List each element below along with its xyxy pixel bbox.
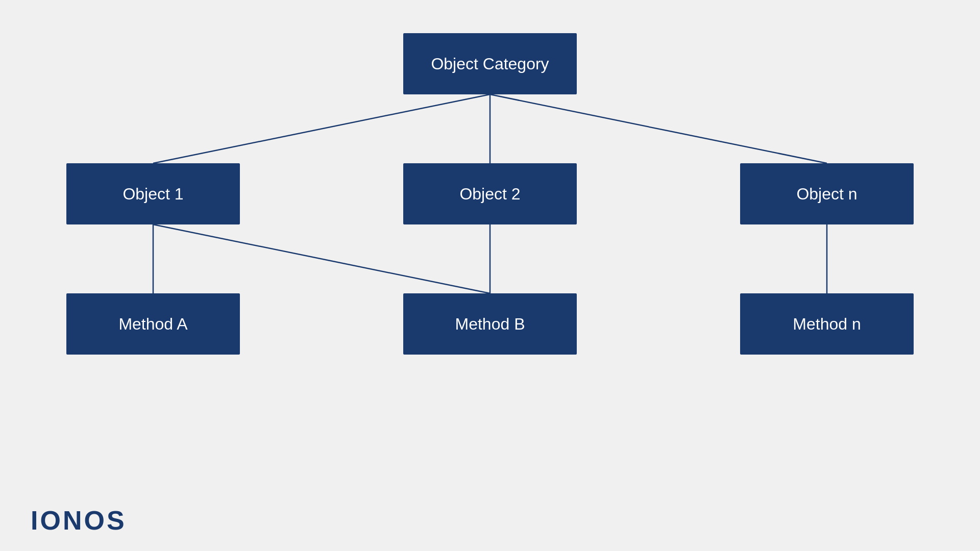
node-root: Object Category	[403, 33, 577, 94]
diagram-container: Object Category Object 1 Object 2 Object…	[0, 0, 980, 459]
svg-line-4	[153, 224, 490, 293]
node-object1: Object 1	[66, 163, 240, 224]
node-object1-label: Object 1	[122, 185, 183, 204]
node-method-a: Method A	[66, 293, 240, 355]
node-object2-label: Object 2	[459, 185, 520, 204]
ionos-logo: IONOS	[31, 505, 127, 536]
node-method-n: Method n	[740, 293, 914, 355]
node-object2: Object 2	[403, 163, 577, 224]
logo-container: IONOS	[31, 505, 127, 536]
node-method-b: Method B	[403, 293, 577, 355]
node-objectn: Object n	[740, 163, 914, 224]
svg-line-0	[153, 94, 490, 163]
svg-line-2	[490, 94, 827, 163]
node-method-b-label: Method B	[455, 315, 525, 334]
node-root-label: Object Category	[431, 55, 549, 73]
node-method-n-label: Method n	[793, 315, 861, 334]
node-objectn-label: Object n	[796, 185, 857, 204]
node-method-a-label: Method A	[118, 315, 187, 334]
